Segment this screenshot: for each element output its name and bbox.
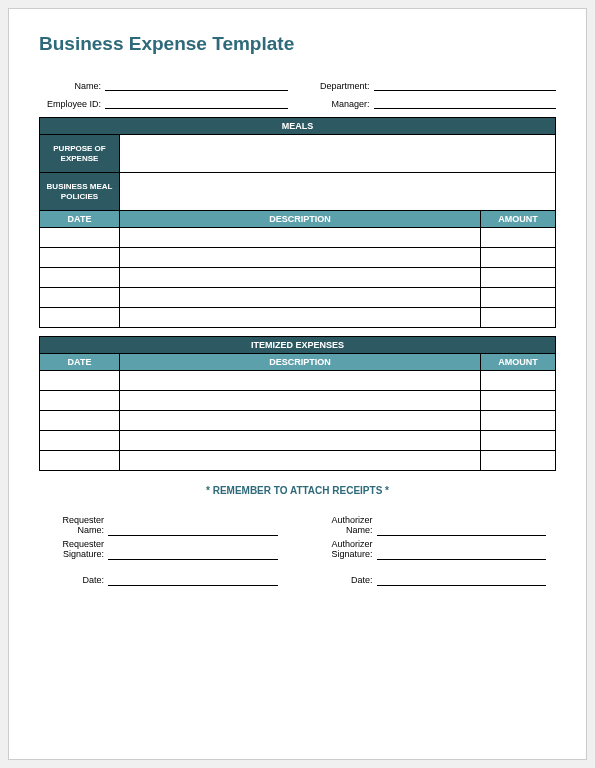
meals-desc-cell[interactable] [120,248,481,268]
authorizer-sig-field: Authorizer Signature: [318,540,547,560]
authorizer-name-line[interactable] [377,524,547,536]
requester-date-line[interactable] [108,574,278,586]
authorizer-sig-line[interactable] [377,548,547,560]
itemized-row [40,451,556,471]
page-title: Business Expense Template [39,33,556,55]
itemized-row [40,411,556,431]
meals-amount-cell[interactable] [481,248,556,268]
authorizer-date-field: Date: [318,574,547,586]
itemized-desc-cell[interactable] [120,451,481,471]
authorizer-name-field: Authorizer Name: [318,516,547,536]
reminder-text: * REMEMBER TO ATTACH RECEIPTS * [39,485,556,496]
manager-label: Manager: [308,99,370,109]
requester-name-label: Requester Name: [49,516,104,536]
itemized-amount-header: AMOUNT [481,354,556,371]
meals-amount-cell[interactable] [481,228,556,248]
requester-date-label: Date: [49,576,104,586]
meals-desc-cell[interactable] [120,288,481,308]
itemized-table: ITEMIZED EXPENSES DATE DESCRIPTION AMOUN… [39,336,556,471]
itemized-section-header: ITEMIZED EXPENSES [40,337,556,354]
itemized-date-cell[interactable] [40,451,120,471]
itemized-amount-cell[interactable] [481,391,556,411]
department-field: Department: [308,79,557,91]
authorizer-sig-label: Authorizer Signature: [318,540,373,560]
meals-date-cell[interactable] [40,228,120,248]
itemized-row [40,391,556,411]
name-label: Name: [39,81,101,91]
itemized-amount-cell[interactable] [481,411,556,431]
requester-sig-field: Requester Signature: [49,540,278,560]
meals-description-header: DESCRIPTION [120,211,481,228]
itemized-amount-cell[interactable] [481,431,556,451]
department-label: Department: [308,81,370,91]
authorizer-date-line[interactable] [377,574,547,586]
name-input-line[interactable] [105,79,288,91]
itemized-description-header: DESCRIPTION [120,354,481,371]
meals-row [40,308,556,328]
gap [49,564,278,570]
meals-amount-cell[interactable] [481,268,556,288]
meals-amount-cell[interactable] [481,308,556,328]
itemized-row [40,431,556,451]
meals-desc-cell[interactable] [120,268,481,288]
itemized-date-header: DATE [40,354,120,371]
meals-date-cell[interactable] [40,288,120,308]
header-left: Name: Employee ID: [39,79,288,109]
meals-section-header: MEALS [40,118,556,135]
expense-template-page: Business Expense Template Name: Employee… [8,8,587,760]
requester-date-field: Date: [49,574,278,586]
itemized-date-cell[interactable] [40,411,120,431]
manager-field: Manager: [308,97,557,109]
employee-id-label: Employee ID: [39,99,101,109]
requester-sig-line[interactable] [108,548,278,560]
department-input-line[interactable] [374,79,557,91]
authorizer-date-label: Date: [318,576,373,586]
meals-amount-header: AMOUNT [481,211,556,228]
requester-column: Requester Name: Requester Signature: Dat… [49,516,278,586]
meals-row [40,248,556,268]
authorizer-name-label: Authorizer Name: [318,516,373,536]
signature-section: Requester Name: Requester Signature: Dat… [39,516,556,586]
meals-date-cell[interactable] [40,248,120,268]
header-right: Department: Manager: [308,79,557,109]
manager-input-line[interactable] [374,97,557,109]
meals-row [40,228,556,248]
itemized-date-cell[interactable] [40,431,120,451]
policies-input[interactable] [120,173,556,211]
itemized-desc-cell[interactable] [120,371,481,391]
authorizer-column: Authorizer Name: Authorizer Signature: D… [318,516,547,586]
purpose-label: PURPOSE OF EXPENSE [40,135,120,173]
itemized-date-cell[interactable] [40,371,120,391]
employee-id-input-line[interactable] [105,97,288,109]
requester-name-field: Requester Name: [49,516,278,536]
meals-desc-cell[interactable] [120,308,481,328]
itemized-desc-cell[interactable] [120,391,481,411]
meals-row [40,288,556,308]
itemized-desc-cell[interactable] [120,431,481,451]
itemized-date-cell[interactable] [40,391,120,411]
name-field: Name: [39,79,288,91]
gap [318,564,547,570]
itemized-desc-cell[interactable] [120,411,481,431]
meals-date-cell[interactable] [40,268,120,288]
meals-row [40,268,556,288]
meals-amount-cell[interactable] [481,288,556,308]
meals-table: MEALS PURPOSE OF EXPENSE BUSINESS MEAL P… [39,117,556,328]
employee-id-field: Employee ID: [39,97,288,109]
requester-sig-label: Requester Signature: [49,540,104,560]
itemized-amount-cell[interactable] [481,371,556,391]
itemized-row [40,371,556,391]
purpose-input[interactable] [120,135,556,173]
itemized-amount-cell[interactable] [481,451,556,471]
policies-label: BUSINESS MEAL POLICIES [40,173,120,211]
requester-name-line[interactable] [108,524,278,536]
meals-date-header: DATE [40,211,120,228]
meals-date-cell[interactable] [40,308,120,328]
meals-desc-cell[interactable] [120,228,481,248]
header-fields: Name: Employee ID: Department: Manager: [39,79,556,109]
